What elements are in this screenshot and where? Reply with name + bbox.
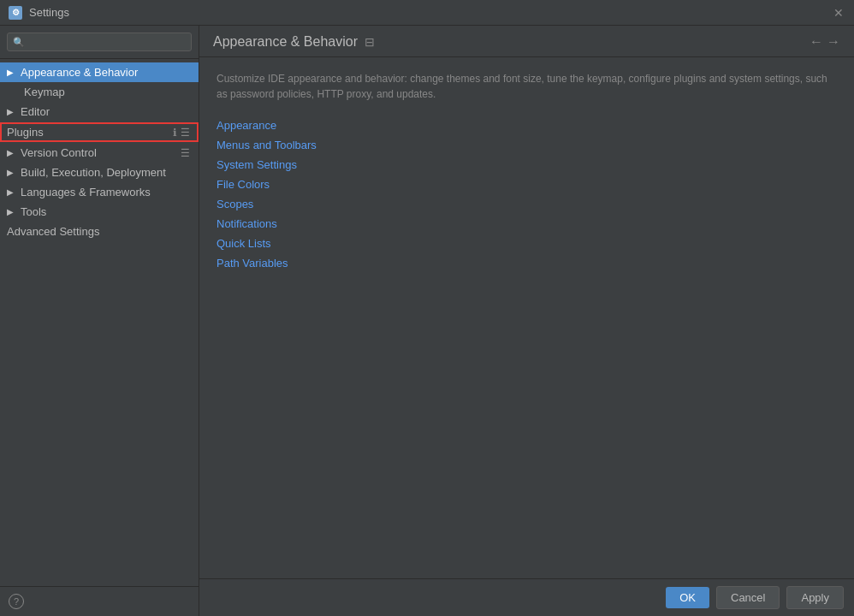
- content-header: Appearance & Behavior ⊟ ← →: [199, 26, 854, 57]
- sidebar-nav: ▶ Appearance & Behavior Keymap ▶ Editor …: [0, 59, 199, 586]
- menu-icon: ☰: [181, 127, 190, 139]
- expand-arrow-appearance-behavior: ▶: [7, 68, 17, 77]
- expand-arrow-editor: ▶: [7, 107, 17, 116]
- search-input[interactable]: [28, 36, 186, 48]
- link-file-colors[interactable]: File Colors: [216, 178, 837, 191]
- sidebar-item-build-execution[interactable]: ▶ Build, Execution, Deployment: [0, 163, 199, 182]
- settings-window: ⚙ Settings ✕ 🔍 ▶ Appearance & Behavior: [0, 0, 854, 616]
- sidebar-label-build-execution: Build, Execution, Deployment: [21, 166, 190, 179]
- nav-arrows: ← →: [810, 34, 840, 50]
- title-bar: ⚙ Settings ✕: [0, 0, 854, 26]
- sidebar-label-appearance-behavior: Appearance & Behavior: [21, 66, 190, 79]
- link-notifications[interactable]: Notifications: [216, 217, 837, 230]
- info-icon: ℹ: [173, 127, 177, 139]
- ok-button[interactable]: OK: [666, 587, 709, 608]
- sidebar-item-plugins[interactable]: Plugins ℹ ☰: [0, 122, 199, 142]
- sidebar-item-advanced-settings[interactable]: Advanced Settings: [0, 222, 199, 241]
- expand-arrow-tools: ▶: [7, 207, 17, 216]
- sidebar-item-version-control[interactable]: ▶ Version Control ☰: [0, 143, 199, 163]
- content-panel: Appearance & Behavior ⊟ ← → Customize ID…: [199, 26, 854, 616]
- bottom-bar: OK Cancel Apply: [199, 578, 854, 616]
- search-wrap: 🔍: [7, 33, 192, 51]
- sidebar-footer: ?: [0, 586, 199, 616]
- cancel-button[interactable]: Cancel: [716, 586, 780, 609]
- sidebar-label-languages-frameworks: Languages & Frameworks: [21, 186, 190, 198]
- sidebar-item-languages-frameworks[interactable]: ▶ Languages & Frameworks: [0, 182, 199, 202]
- sidebar: 🔍 ▶ Appearance & Behavior Keymap ▶: [0, 26, 199, 616]
- sidebar-label-tools: Tools: [21, 205, 190, 218]
- pin-icon[interactable]: ⊟: [365, 35, 375, 49]
- link-scopes[interactable]: Scopes: [216, 198, 837, 210]
- expand-arrow-build-execution: ▶: [7, 168, 17, 177]
- sidebar-label-plugins: Plugins: [7, 126, 173, 139]
- content-title: Appearance & Behavior: [213, 34, 358, 50]
- help-icon: ?: [14, 596, 19, 607]
- expand-arrow-languages-frameworks: ▶: [7, 187, 17, 197]
- sidebar-item-appearance-behavior[interactable]: ▶ Appearance & Behavior: [0, 62, 199, 82]
- apply-button[interactable]: Apply: [786, 586, 844, 609]
- sidebar-label-advanced-settings: Advanced Settings: [7, 225, 190, 238]
- link-quick-lists[interactable]: Quick Lists: [216, 237, 837, 250]
- content-body: Customize IDE appearance and behavior: c…: [199, 57, 854, 578]
- sidebar-item-editor[interactable]: ▶ Editor: [0, 102, 199, 121]
- content-description: Customize IDE appearance and behavior: c…: [216, 71, 837, 102]
- settings-links: AppearanceMenus and ToolbarsSystem Setti…: [216, 119, 837, 270]
- app-icon: ⚙: [9, 6, 22, 20]
- back-button[interactable]: ←: [810, 34, 823, 50]
- search-box: 🔍: [0, 26, 199, 59]
- sidebar-label-keymap: Keymap: [24, 86, 190, 98]
- link-menus-toolbars[interactable]: Menus and Toolbars: [216, 139, 837, 151]
- window-controls: ✕: [832, 6, 845, 20]
- plugins-icons: ℹ ☰: [173, 127, 190, 139]
- link-path-variables[interactable]: Path Variables: [216, 257, 837, 270]
- close-button[interactable]: ✕: [832, 6, 845, 20]
- search-icon: 🔍: [13, 37, 25, 48]
- sidebar-label-version-control: Version Control: [21, 146, 181, 159]
- plugins-wrapper: Plugins ℹ ☰: [0, 122, 199, 142]
- link-system-settings[interactable]: System Settings: [216, 158, 837, 171]
- version-control-menu-icon: ☰: [181, 147, 190, 159]
- link-appearance[interactable]: Appearance: [216, 119, 837, 132]
- expand-arrow-version-control: ▶: [7, 148, 17, 157]
- sidebar-item-keymap[interactable]: Keymap: [0, 82, 199, 102]
- help-button[interactable]: ?: [9, 594, 24, 609]
- sidebar-label-editor: Editor: [21, 105, 190, 118]
- window-title: Settings: [29, 6, 832, 19]
- main-container: 🔍 ▶ Appearance & Behavior Keymap ▶: [0, 26, 854, 616]
- forward-button[interactable]: →: [827, 34, 840, 50]
- sidebar-item-tools[interactable]: ▶ Tools: [0, 202, 199, 222]
